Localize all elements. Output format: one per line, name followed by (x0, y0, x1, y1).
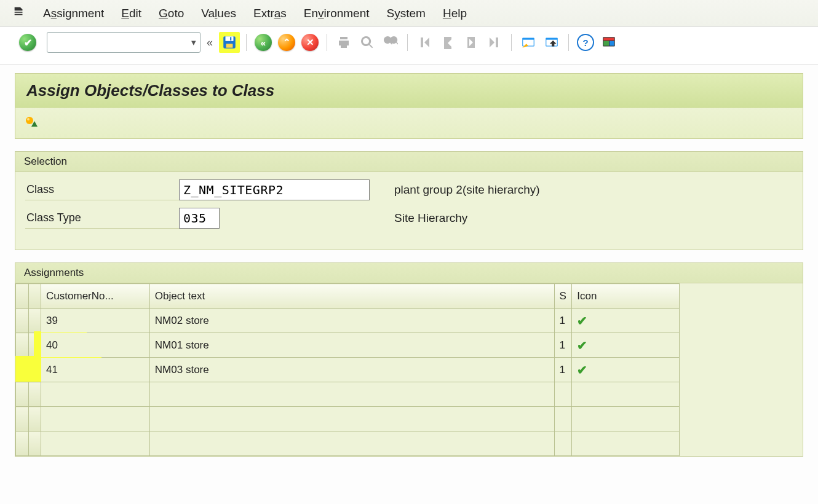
next-page-button[interactable] (461, 32, 482, 53)
save-button[interactable] (219, 32, 240, 53)
toolbar: ▾ « « ⌃ ✕ ? (0, 27, 818, 65)
class-input[interactable] (179, 179, 370, 200)
assignments-group-title: Assignments (15, 263, 803, 283)
layout-button[interactable] (598, 32, 619, 53)
selection-group-title: Selection (15, 152, 803, 172)
svg-point-13 (27, 118, 30, 120)
sel-header[interactable] (28, 284, 41, 309)
menu-bar: Assignment Edit Goto Values Extras Envir… (0, 0, 818, 27)
shortcut-button[interactable] (541, 32, 562, 53)
table-row[interactable]: 41 NM03 store 1 ✔ (16, 358, 680, 382)
svg-point-12 (26, 117, 33, 124)
class-description: plant group 2(site hierarchy) (394, 183, 540, 197)
col-customer[interactable]: CustomerNo... (41, 284, 150, 309)
cell-object[interactable]: NM02 store (149, 309, 554, 333)
page-title: Assign Objects/Classes to Class (15, 73, 803, 108)
hierarchy-icon[interactable] (24, 114, 39, 131)
back-chevron-icon[interactable]: « (207, 36, 213, 49)
classtype-description: Site Hierarchy (394, 211, 467, 225)
svg-rect-2 (226, 44, 233, 48)
find-button[interactable] (357, 32, 378, 53)
help-button[interactable]: ? (575, 32, 596, 53)
menu-system[interactable]: System (387, 7, 426, 20)
assignments-group: Assignments CustomerNo... Object text S (15, 262, 803, 457)
enter-button[interactable] (17, 32, 38, 53)
table-header-row: CustomerNo... Object text S Icon (16, 284, 680, 309)
corner-cell[interactable] (16, 284, 29, 309)
table-row[interactable]: 39 NM02 store 1 ✔ (16, 309, 680, 333)
first-page-button[interactable] (414, 32, 435, 53)
cell-s: 1 (554, 309, 572, 333)
cell-customer[interactable]: 39 (41, 309, 150, 333)
app-menu-icon[interactable] (12, 5, 26, 22)
assignments-table: CustomerNo... Object text S Icon 39 NM02… (15, 283, 680, 456)
svg-rect-11 (610, 41, 614, 46)
svg-rect-1 (226, 36, 234, 41)
menu-goto[interactable]: Goto (159, 7, 184, 20)
table-body: 39 NM02 store 1 ✔ 40 NM01 store 1 ✔ (16, 309, 680, 456)
class-label: Class (25, 179, 179, 200)
check-icon: ✔ (577, 363, 587, 377)
cell-customer[interactable]: 40 (41, 333, 150, 358)
cell-customer[interactable]: 41 (41, 358, 150, 382)
check-icon: ✔ (577, 314, 587, 328)
svg-rect-10 (603, 41, 609, 46)
table-row[interactable] (16, 431, 680, 456)
print-button[interactable] (333, 32, 354, 53)
menu-edit[interactable]: Edit (121, 7, 141, 20)
prev-page-button[interactable] (437, 32, 458, 53)
dropdown-icon[interactable]: ▾ (191, 37, 196, 48)
last-page-button[interactable] (484, 32, 505, 53)
col-icon[interactable]: Icon (572, 284, 680, 309)
cell-icon: ✔ (572, 358, 680, 382)
command-field[interactable]: ▾ (47, 32, 201, 53)
cell-object[interactable]: NM03 store (149, 358, 554, 382)
table-row[interactable] (16, 407, 680, 431)
cell-object[interactable]: NM01 store (149, 333, 554, 358)
table-row[interactable]: 40 NM01 store 1 ✔ (16, 333, 680, 358)
app-toolbar (15, 108, 803, 139)
menu-values[interactable]: Values (201, 7, 236, 20)
cell-s: 1 (554, 333, 572, 358)
cell-s: 1 (554, 358, 572, 382)
svg-rect-9 (603, 37, 614, 40)
back-button[interactable]: « (253, 32, 274, 53)
cancel-button[interactable]: ✕ (300, 32, 320, 53)
table-row[interactable] (16, 382, 680, 407)
classtype-label: Class Type (25, 208, 179, 229)
menu-help[interactable]: Help (443, 7, 467, 20)
menu-environment[interactable]: Environment (304, 7, 370, 20)
col-s[interactable]: S (554, 284, 572, 309)
selection-group: Selection Class plant group 2(site hiera… (15, 151, 803, 250)
new-session-button[interactable] (518, 32, 539, 53)
exit-button[interactable]: ⌃ (276, 32, 297, 53)
cell-icon: ✔ (572, 309, 680, 333)
check-icon: ✔ (577, 339, 587, 352)
col-object[interactable]: Object text (149, 284, 554, 309)
find-next-button[interactable] (380, 32, 401, 53)
svg-rect-3 (230, 37, 231, 40)
menu-extras[interactable]: Extras (253, 7, 287, 20)
svg-rect-5 (523, 40, 533, 46)
menu-assignment[interactable]: Assignment (43, 7, 104, 20)
classtype-input[interactable] (179, 208, 220, 229)
cell-icon: ✔ (572, 333, 680, 358)
